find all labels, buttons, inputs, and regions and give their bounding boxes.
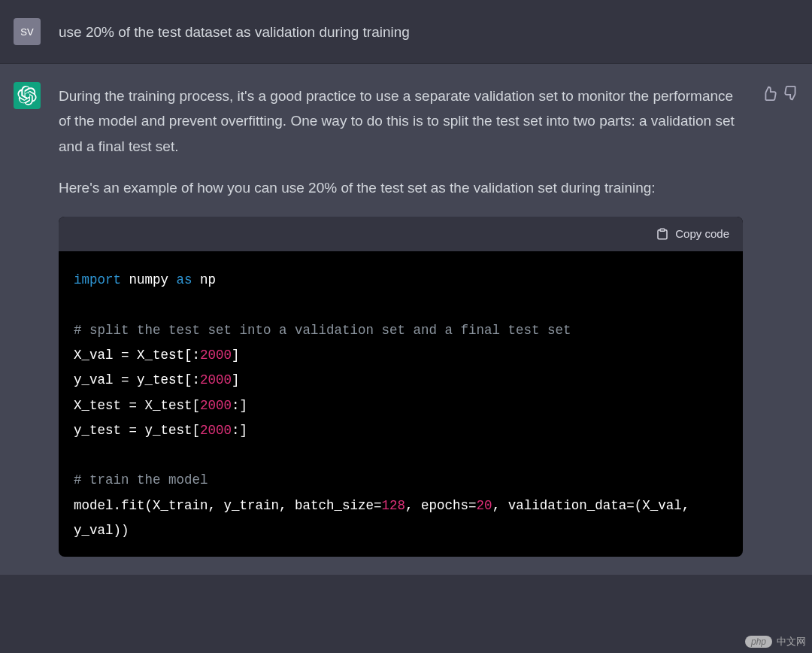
code-token: as	[177, 272, 192, 287]
code-token: 2000	[200, 398, 232, 413]
code-token: numpy	[129, 272, 169, 287]
assistant-avatar	[14, 82, 41, 109]
watermark: php 中文网	[745, 635, 806, 648]
code-token: :]	[232, 398, 247, 413]
thumbs-down-icon	[783, 85, 800, 102]
assistant-paragraph: During the training process, it's a good…	[59, 84, 743, 159]
code-token: , epochs=	[405, 498, 477, 513]
user-message-content: use 20% of the test dataset as validatio…	[59, 18, 800, 45]
user-avatar-initials: SV	[20, 26, 33, 38]
code-token: ]	[232, 372, 240, 387]
code-token: 20	[477, 498, 492, 513]
openai-logo-icon	[17, 86, 37, 105]
assistant-paragraph: Here's an example of how you can use 20%…	[59, 175, 743, 200]
svg-rect-0	[660, 229, 665, 231]
assistant-message-row: During the training process, it's a good…	[0, 64, 812, 575]
assistant-message-content: During the training process, it's a good…	[59, 82, 743, 557]
code-token: X_test = X_test[	[74, 398, 200, 413]
clipboard-icon	[656, 227, 669, 241]
copy-code-button[interactable]: Copy code	[656, 224, 729, 244]
code-token: 2000	[200, 372, 232, 387]
code-token: import	[74, 272, 121, 287]
code-token: y_test = y_test[	[74, 423, 200, 438]
code-header: Copy code	[59, 217, 743, 251]
code-body[interactable]: import numpy as np # split the test set …	[59, 251, 743, 557]
code-token: ]	[232, 348, 240, 363]
code-token: :]	[232, 423, 247, 438]
user-avatar: SV	[14, 18, 41, 45]
thumbs-up-button[interactable]	[761, 85, 777, 102]
code-token: y_val = y_test[:	[74, 372, 200, 387]
watermark-text: 中文网	[777, 635, 806, 648]
copy-code-label: Copy code	[675, 224, 729, 244]
user-message-text: use 20% of the test dataset as validatio…	[59, 24, 410, 40]
feedback-actions	[761, 82, 800, 557]
user-message-row: SV use 20% of the test dataset as valida…	[0, 0, 812, 64]
thumbs-down-button[interactable]	[783, 85, 800, 102]
code-comment: # split the test set into a validation s…	[74, 323, 571, 338]
code-token: model.fit(X_train, y_train, batch_size=	[74, 498, 382, 513]
watermark-pill: php	[745, 636, 772, 648]
code-block: Copy code import numpy as np # split the…	[59, 217, 743, 557]
code-token: X_val = X_test[:	[74, 348, 200, 363]
code-token: 128	[382, 498, 406, 513]
thumbs-up-icon	[761, 85, 777, 102]
code-token: np	[200, 272, 216, 287]
code-token: 2000	[200, 348, 232, 363]
code-comment: # train the model	[74, 472, 208, 487]
code-token: 2000	[200, 423, 232, 438]
